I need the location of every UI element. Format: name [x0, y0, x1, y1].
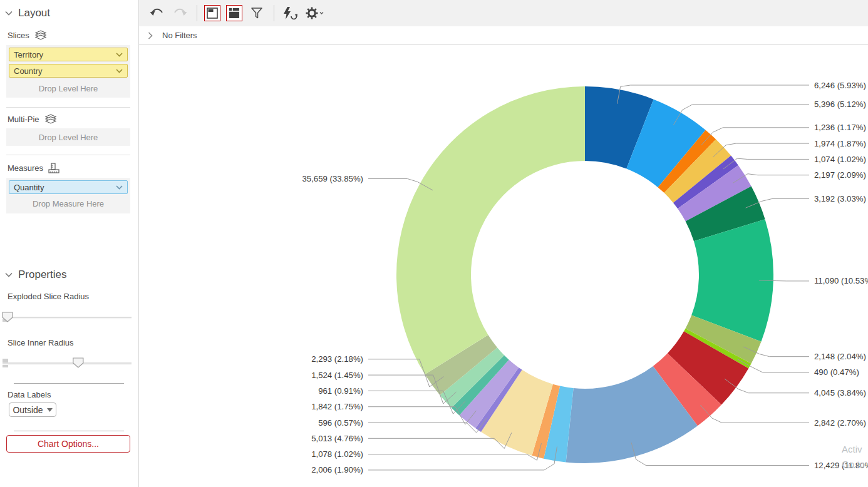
field-country[interactable]: Country — [9, 64, 128, 78]
multi-pie-label: Multi-Pie — [8, 115, 39, 124]
data-label: 1,078 (1.02%) — [311, 449, 363, 459]
data-label: 1,074 (1.02%) — [814, 155, 866, 164]
settings-button[interactable] — [306, 4, 324, 23]
data-label: 2,148 (2.04%) — [814, 352, 866, 361]
data-labels-value: Outside — [13, 405, 43, 415]
data-label: 12,429 (11.80%) — [814, 461, 868, 470]
filter-button[interactable] — [247, 4, 266, 23]
pie-slice[interactable] — [396, 86, 585, 374]
chart-options-button[interactable]: Chart Options... — [6, 435, 130, 453]
data-label: 6,246 (5.93%) — [814, 81, 866, 90]
divider — [6, 107, 130, 108]
data-label: 1,236 (1.17%) — [814, 123, 866, 132]
data-label: 2,293 (2.18%) — [311, 354, 363, 364]
slice-inner-radius-label: Slice Inner Radius — [8, 338, 74, 347]
data-label: 3,192 (3.03%) — [814, 194, 866, 203]
field-label: Territory — [14, 50, 43, 59]
filter-funnel-icon — [251, 7, 263, 19]
chart-area: 6,246 (5.93%)5,396 (5.12%)1,236 (1.17%)1… — [139, 45, 868, 487]
chevron-right-icon[interactable] — [148, 32, 153, 39]
data-label: 1,524 (1.45%) — [311, 371, 363, 380]
data-label: 2,197 (2.09%) — [814, 170, 866, 180]
data-label: 35,659 (33.85%) — [302, 174, 363, 183]
lightning-refresh-icon — [282, 6, 298, 20]
slices-label: Slices — [8, 31, 29, 40]
field-label: Quantity — [14, 183, 44, 192]
undo-icon — [150, 8, 165, 19]
data-label: 11,090 (10.53%) — [814, 276, 868, 285]
chevron-down-icon — [5, 11, 13, 16]
undo-button[interactable] — [148, 4, 167, 23]
slices-row: Slices — [8, 30, 47, 40]
chevron-down-icon — [5, 272, 13, 277]
data-label: 961 (0.91%) — [318, 386, 363, 396]
slider-min-marker — [3, 365, 8, 367]
data-label: 5,013 (4.76%) — [311, 434, 363, 443]
data-label: 490 (0.47%) — [814, 367, 859, 377]
gear-icon — [306, 6, 324, 20]
properties-header-label: Properties — [18, 269, 66, 281]
redo-button[interactable] — [170, 4, 189, 23]
data-labels-dropdown[interactable]: Outside — [9, 402, 56, 417]
data-label: 2,842 (2.70%) — [814, 418, 866, 428]
field-quantity[interactable]: Quantity — [9, 180, 128, 194]
ruler-icon — [48, 163, 59, 173]
exploded-slice-radius-slider[interactable] — [1, 310, 134, 326]
donut-chart: 6,246 (5.93%)5,396 (5.12%)1,236 (1.17%)1… — [139, 45, 868, 487]
auto-refresh-button[interactable] — [281, 4, 299, 23]
caret-down-icon — [47, 408, 53, 412]
layers-icon — [34, 30, 47, 40]
data-label: 596 (0.57%) — [318, 418, 363, 428]
multi-pie-row: Multi-Pie — [8, 114, 57, 124]
layers-icon — [44, 114, 57, 124]
measures-label: Measures — [8, 163, 43, 173]
data-label: 1,842 (1.75%) — [311, 402, 363, 411]
toolbar-separator — [274, 5, 274, 21]
panel-view-button[interactable] — [204, 5, 220, 21]
redo-icon — [172, 8, 187, 19]
slider-min-marker — [3, 359, 8, 362]
slider-thumb[interactable] — [73, 358, 83, 367]
measures-row: Measures — [8, 163, 59, 173]
slices-drop-zone[interactable]: TerritoryCountry Drop Level Here — [6, 45, 130, 98]
divider — [14, 383, 124, 384]
measures-drop-zone[interactable]: Quantity Drop Measure Here — [6, 178, 130, 213]
slices-drop-hint: Drop Level Here — [6, 84, 130, 93]
data-label: 1,974 (1.87%) — [814, 139, 866, 148]
panel-view-icon — [207, 8, 218, 19]
divider — [6, 155, 130, 155]
filter-bar: No Filters — [139, 26, 868, 45]
layout-sidebar: Layout Slices TerritoryCountry Drop Leve… — [0, 0, 139, 487]
data-label: 2,006 (1.90%) — [311, 465, 363, 474]
toolbar-separator — [197, 5, 197, 21]
field-label: Country — [14, 66, 43, 76]
layout-section-header[interactable]: Layout — [5, 7, 50, 19]
chart-options-label: Chart Options... — [38, 439, 99, 449]
multi-pie-drop-hint: Drop Level Here — [6, 133, 130, 142]
data-label: 4,045 (3.84%) — [814, 388, 866, 397]
layout-header-label: Layout — [18, 7, 50, 19]
grid-view-icon — [229, 8, 240, 19]
slice-inner-radius-slider[interactable] — [1, 356, 134, 372]
toolbar — [139, 0, 868, 26]
measures-drop-hint: Drop Measure Here — [6, 199, 130, 208]
grid-view-button[interactable] — [226, 5, 242, 21]
multi-pie-drop-zone[interactable]: Drop Level Here — [6, 128, 130, 146]
filter-status-label: No Filters — [162, 31, 197, 40]
data-label: 5,396 (5.12%) — [814, 100, 866, 109]
divider — [14, 431, 124, 431]
chevron-down-icon — [116, 185, 123, 190]
properties-section-header[interactable]: Properties — [5, 269, 66, 281]
exploded-slice-radius-label: Exploded Slice Radius — [8, 292, 89, 301]
data-labels-label: Data Labels — [8, 390, 51, 399]
field-territory[interactable]: Territory — [9, 48, 128, 61]
chevron-down-icon — [116, 53, 123, 57]
chevron-down-icon — [116, 69, 123, 73]
